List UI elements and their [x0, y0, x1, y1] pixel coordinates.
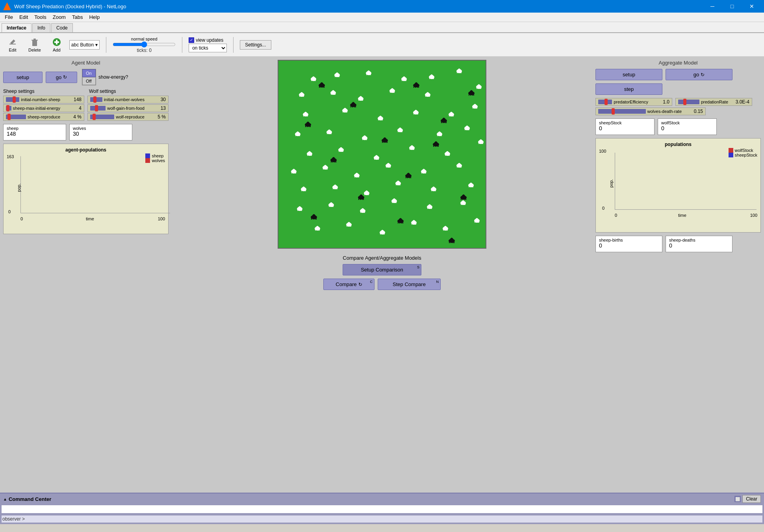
svg-point-144 — [328, 129, 330, 131]
svg-point-305 — [299, 206, 300, 208]
compare-title: Compare Agent/Aggregate Models — [343, 255, 421, 261]
svg-point-67 — [360, 96, 362, 98]
delete-button[interactable]: Delete — [25, 36, 44, 54]
tab-interface[interactable]: Interface — [2, 23, 32, 32]
svg-point-214 — [480, 139, 482, 141]
wolf-reproduce-label: wolf-reproduce — [116, 115, 145, 119]
add-button[interactable]: Add — [49, 36, 65, 54]
wolf-animal — [397, 218, 404, 224]
svg-point-459 — [360, 194, 362, 196]
svg-point-193 — [376, 155, 377, 157]
svg-point-284 — [397, 181, 399, 182]
maximize-button[interactable]: □ — [723, 0, 741, 13]
agent-go-button[interactable]: go ↻ — [46, 72, 77, 83]
menu-file[interactable]: File — [2, 13, 16, 21]
svg-point-270 — [334, 185, 336, 186]
svg-point-235 — [356, 173, 358, 174]
widget-type-dropdown[interactable]: abc Button ▾ — [69, 40, 100, 50]
step-compare-shortcut: N — [436, 280, 439, 284]
on-ticks-select[interactable]: on ticks continuously — [189, 44, 227, 52]
command-center-toggle-icon[interactable]: ▲ — [3, 497, 7, 501]
initial-number-sheep-slider[interactable]: initial-number-sheep 148 — [3, 96, 84, 103]
predator-efficiency-slider[interactable]: predatorEfficiency 1.0 — [595, 98, 672, 106]
agent-setup-button[interactable]: setup — [3, 72, 43, 83]
svg-point-368 — [413, 220, 415, 222]
show-energy-toggle[interactable]: On Off show-energy? — [82, 69, 128, 85]
initial-number-wolves-thumb — [93, 96, 96, 103]
step-compare-button[interactable]: Step Compare N — [378, 279, 441, 290]
agent-graph-title: agent-populations — [7, 147, 165, 153]
tab-code[interactable]: Code — [51, 23, 73, 32]
predation-rate-thumb — [683, 99, 686, 105]
sheep-animal — [330, 90, 337, 95]
initial-number-wolves-value: 30 — [146, 97, 166, 102]
wolf-animal — [440, 118, 448, 123]
predation-rate-slider[interactable]: predationRate 3.0E-4 — [675, 98, 752, 106]
menu-help[interactable]: Help — [86, 13, 103, 21]
menu-tools[interactable]: Tools — [31, 13, 49, 21]
sheep-max-energy-track — [6, 106, 11, 111]
svg-point-382 — [476, 218, 478, 220]
svg-rect-8 — [54, 41, 59, 43]
show-energy-label: show-energy? — [98, 74, 128, 80]
svg-point-18 — [336, 72, 338, 74]
wolf-gain-from-food-value: 13 — [146, 105, 166, 111]
command-center-header: ▲ Command Center ⬜ Clear — [0, 493, 764, 504]
sheep-births-value: 0 — [599, 242, 659, 250]
initial-number-wolves-slider[interactable]: initial-number-wolves 30 — [87, 96, 169, 103]
populations-graph-x-min: 0 — [615, 213, 617, 218]
title-bar: Wolf Sheep Predation (Docked Hybrid) - N… — [0, 0, 764, 13]
command-input[interactable] — [26, 516, 762, 522]
minimize-button[interactable]: ─ — [703, 0, 721, 13]
wolf-gain-from-food-track — [90, 106, 106, 111]
expand-command-center-button[interactable]: ⬜ — [734, 496, 741, 502]
sheep-animal — [430, 187, 437, 191]
menu-edit[interactable]: Edit — [16, 13, 31, 21]
svg-rect-3 — [32, 41, 37, 46]
svg-point-361 — [382, 230, 383, 231]
tab-info[interactable]: Info — [32, 23, 50, 32]
clear-button[interactable]: Clear — [742, 495, 761, 503]
svg-point-312 — [330, 202, 332, 204]
setup-comparison-shortcut: S — [417, 265, 419, 269]
center-panel: Compare Agent/Aggregate Models Setup Com… — [172, 60, 592, 490]
sheep-animal — [395, 181, 402, 185]
close-button[interactable]: ✕ — [743, 0, 761, 13]
agent-model-title: Agent Model — [3, 60, 169, 66]
svg-point-130 — [474, 104, 476, 105]
svg-point-466 — [463, 194, 464, 196]
menu-zoom[interactable]: Zoom — [50, 13, 69, 21]
speed-slider[interactable] — [113, 41, 176, 48]
svg-point-53 — [301, 92, 302, 94]
edit-button[interactable]: Edit — [5, 36, 20, 54]
initial-number-sheep-track — [6, 97, 19, 102]
settings-button[interactable]: Settings... — [240, 40, 271, 50]
wolf-gain-from-food-slider[interactable]: wolf-gain-from-food 13 — [87, 104, 169, 112]
svg-point-249 — [423, 169, 425, 170]
sheep-animal — [341, 108, 349, 113]
wolf-reproduce-slider[interactable]: wolf-reproduce 5 % — [87, 113, 169, 121]
sheep-reproduce-slider[interactable]: sheep-reproduce 4 % — [3, 113, 84, 121]
aggregate-model-title: Aggregate Model — [595, 60, 761, 66]
svg-point-186 — [340, 147, 342, 149]
wolves-death-rate-slider[interactable]: wolves-death-rate 0.15 — [595, 107, 706, 115]
wolves-death-rate-label: wolves-death-rate — [647, 109, 682, 114]
aggregate-setup-button[interactable]: setup — [595, 69, 662, 80]
initial-number-wolves-track — [90, 97, 102, 102]
aggregate-step-button[interactable]: step — [595, 83, 662, 95]
sheep-animal — [473, 218, 480, 223]
wolf-animal — [381, 137, 389, 143]
sheep-animal — [401, 76, 408, 81]
aggregate-go-button[interactable]: go ↻ — [666, 69, 732, 80]
view-updates-checkbox[interactable]: ✓ — [189, 37, 194, 43]
sheep-animal — [345, 222, 352, 227]
compare-button[interactable]: Compare ↻ C — [323, 279, 375, 290]
setup-comparison-button[interactable]: Setup Comparison S — [343, 264, 421, 275]
wolf-animal — [404, 173, 412, 178]
predation-rate-label: predationRate — [701, 100, 728, 104]
menu-tabs[interactable]: Tabs — [69, 13, 86, 21]
sheep-max-energy-value: 4 — [62, 105, 82, 111]
svg-point-480 — [400, 218, 401, 220]
sheep-max-energy-slider[interactable]: sheep-max-initial-energy 4 — [3, 104, 84, 112]
svg-point-88 — [478, 84, 480, 86]
